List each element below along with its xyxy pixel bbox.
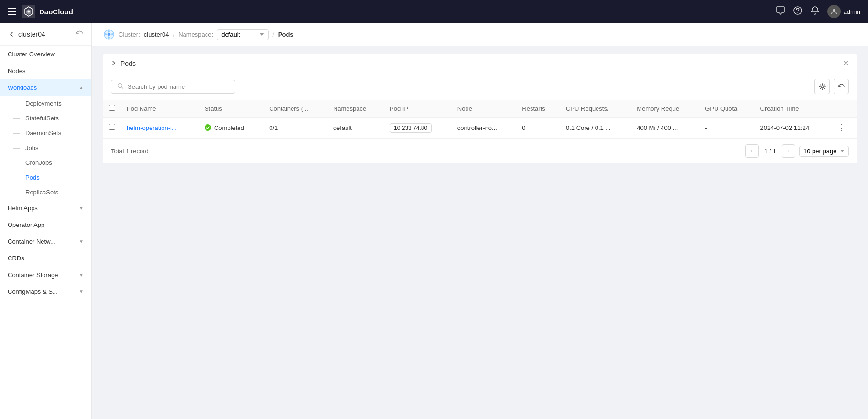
- main-content: Cluster: cluster04 / Namespace: default …: [92, 23, 868, 419]
- content-area: Pods ✕: [92, 46, 868, 419]
- sidebar-item-jobs[interactable]: — Jobs: [0, 140, 91, 155]
- node-name[interactable]: controller-no...: [457, 124, 497, 131]
- workloads-chevron: ▲: [79, 85, 84, 90]
- topnav-right: admin: [776, 5, 860, 18]
- th-pod-ip: Pod IP: [384, 100, 452, 118]
- helm-apps-chevron: ▼: [79, 205, 84, 211]
- sidebar-item-helm-apps[interactable]: Helm Apps ▼: [0, 200, 91, 216]
- pagination-right: ‹ 1 / 1 › 10 per page 20 per page 50 per…: [745, 144, 849, 158]
- container-storage-chevron: ▼: [79, 272, 84, 278]
- sidebar-item-pods[interactable]: — Pods: [0, 170, 91, 185]
- sidebar-header: cluster04: [0, 23, 91, 46]
- row-node: controller-no...: [452, 118, 517, 138]
- row-pod-name: helm-operation-i...: [121, 118, 199, 138]
- status-text: Completed: [214, 124, 244, 131]
- expand-icon[interactable]: [111, 60, 117, 67]
- sidebar-item-crds[interactable]: CRDs: [0, 250, 91, 267]
- pod-ip-badge: 10.233.74.80: [390, 123, 432, 133]
- section-title: Pods: [111, 60, 136, 67]
- th-cpu: CPU Requests/: [560, 100, 631, 118]
- sidebar-item-daemonsets[interactable]: — DaemonSets: [0, 126, 91, 140]
- back-button[interactable]: cluster04: [8, 31, 45, 38]
- svg-point-16: [821, 86, 824, 88]
- th-namespace: Namespace: [327, 100, 384, 118]
- cluster-name: cluster04: [18, 31, 45, 38]
- configmaps-chevron: ▼: [79, 289, 84, 294]
- refresh-icon-button[interactable]: [834, 79, 849, 94]
- sidebar-item-workloads[interactable]: Workloads ▲: [0, 79, 91, 96]
- pods-section-panel: Pods ✕: [103, 54, 857, 163]
- row-checkbox[interactable]: [109, 124, 115, 130]
- per-page-select[interactable]: 10 per page 20 per page 50 per page: [799, 146, 849, 157]
- th-creation-time: Creation Time: [755, 100, 831, 118]
- th-containers: Containers (...: [263, 100, 327, 118]
- cluster-value: cluster04: [144, 31, 169, 38]
- status-dot: [205, 124, 211, 131]
- user-area[interactable]: admin: [827, 5, 860, 18]
- row-memory: 400 Mi / 400 ...: [631, 118, 699, 138]
- pagination-bar: Total 1 record ‹ 1 / 1 › 10 per page 20 …: [103, 138, 857, 163]
- total-label: Total 1 record: [111, 148, 149, 155]
- section-panel-header: Pods ✕: [103, 54, 857, 73]
- next-page-button[interactable]: ›: [782, 144, 795, 158]
- th-pod-name: Pod Name: [121, 100, 199, 118]
- th-checkbox: [103, 100, 121, 118]
- svg-point-3: [797, 12, 798, 13]
- namespace-select[interactable]: default kube-system kube-public: [217, 29, 269, 40]
- refresh-icon[interactable]: [76, 30, 84, 39]
- prev-page-button[interactable]: ‹: [745, 144, 759, 158]
- bell-icon[interactable]: [810, 6, 820, 18]
- search-input[interactable]: [128, 83, 229, 90]
- close-icon[interactable]: ✕: [843, 59, 849, 68]
- row-containers: 0/1: [263, 118, 327, 138]
- sidebar-item-cronjobs[interactable]: — CronJobs: [0, 155, 91, 170]
- more-actions-button[interactable]: ⋮: [837, 122, 846, 133]
- th-restarts: Restarts: [516, 100, 560, 118]
- chat-icon[interactable]: [776, 6, 785, 18]
- row-creation-time: 2024-07-02 11:24: [755, 118, 831, 138]
- pod-name-link[interactable]: helm-operation-i...: [127, 124, 177, 131]
- row-gpu: -: [699, 118, 754, 138]
- th-gpu: GPU Quota: [699, 100, 754, 118]
- sidebar-item-container-netw[interactable]: Container Netw... ▼: [0, 233, 91, 250]
- cluster-label: Cluster:: [119, 31, 140, 38]
- sidebar-item-operator-app[interactable]: Operator App: [0, 216, 91, 233]
- section-title-text: Pods: [120, 60, 136, 67]
- help-icon[interactable]: [793, 6, 803, 18]
- table-row: helm-operation-i... Completed: [103, 118, 857, 138]
- sidebar-item-deployments[interactable]: — Deployments: [0, 96, 91, 111]
- th-node: Node: [452, 100, 517, 118]
- svg-point-4: [833, 9, 835, 12]
- sidebar-item-container-storage[interactable]: Container Storage ▼: [0, 267, 91, 283]
- row-status: Completed: [199, 118, 263, 138]
- settings-icon-button[interactable]: [814, 79, 830, 94]
- sidebar-item-replicasets[interactable]: — ReplicaSets: [0, 185, 91, 200]
- current-page-title: Pods: [278, 31, 293, 38]
- topnav-left: DaoCloud: [8, 5, 73, 18]
- namespace-label: Namespace:: [178, 31, 213, 38]
- search-box[interactable]: [111, 80, 235, 94]
- svg-point-7: [105, 33, 107, 35]
- search-icon: [117, 83, 124, 91]
- sidebar-item-cluster-overview[interactable]: Cluster Overview: [0, 46, 91, 63]
- sidebar-nav: Cluster Overview Nodes Workloads ▲ — Dep…: [0, 46, 91, 419]
- th-status: Status: [199, 100, 263, 118]
- row-checkbox-cell: [103, 118, 121, 138]
- hamburger-menu[interactable]: [8, 8, 16, 15]
- username: admin: [844, 8, 860, 15]
- status-badge: Completed: [205, 124, 258, 131]
- logo-icon: [22, 5, 35, 18]
- top-navigation: DaoCloud admin: [0, 0, 868, 23]
- th-memory: Memory Reque: [631, 100, 699, 118]
- svg-point-8: [111, 33, 113, 35]
- th-actions: [831, 100, 857, 118]
- sidebar-item-configmaps[interactable]: ConfigMaps & S... ▼: [0, 283, 91, 300]
- sidebar-item-nodes[interactable]: Nodes: [0, 63, 91, 79]
- select-all-checkbox[interactable]: [109, 105, 115, 111]
- row-more-actions: ⋮: [831, 118, 857, 138]
- sidebar: cluster04 Cluster Overview Nodes Workloa…: [0, 23, 92, 419]
- svg-point-9: [108, 30, 110, 32]
- sidebar-item-statefulsets[interactable]: — StatefulSets: [0, 111, 91, 126]
- svg-point-6: [108, 33, 110, 36]
- cluster-icon: [103, 29, 115, 40]
